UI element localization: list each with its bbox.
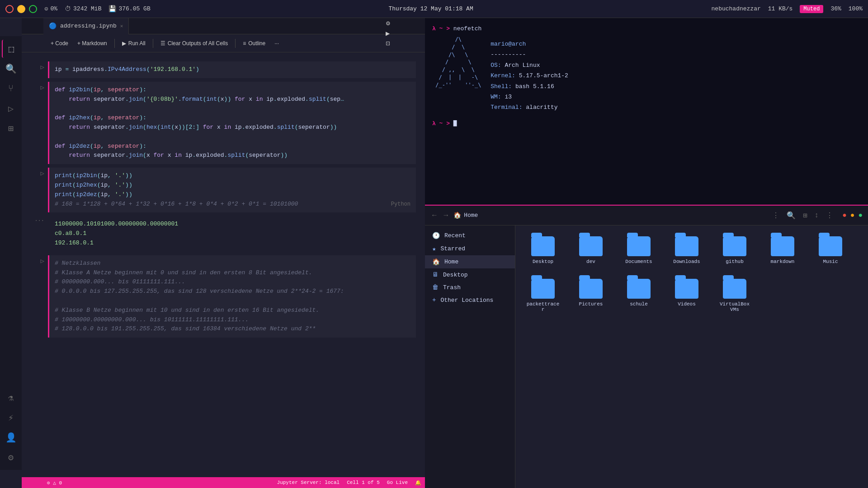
file-item-virtualboxvms[interactable]: VirtualBox VMs (714, 275, 755, 316)
file-label-pictures: Pictures (579, 301, 603, 307)
file-item-music[interactable]: Music (810, 233, 851, 268)
sidebar-item-trash[interactable]: 🗑 Trash (425, 281, 515, 294)
fm-search-button[interactable]: 🔍 (785, 209, 797, 222)
cell-position: Cell 1 of 5 (347, 480, 380, 486)
fm-back-button[interactable]: ← (430, 210, 439, 221)
outline-button[interactable]: ≡ Outline (239, 38, 269, 48)
file-item-dev[interactable]: dev (571, 233, 611, 268)
maximize-window-icon[interactable] (29, 5, 37, 13)
fm-view-button[interactable]: ⊞ (801, 209, 809, 222)
cpu-value: 0% (50, 5, 57, 12)
run-all-button[interactable]: ▶ Run All (118, 38, 149, 48)
status-error-count: ⊙ △ 0 (47, 480, 62, 486)
file-item-pictures[interactable]: Pictures (571, 275, 611, 316)
folder-videos-icon (675, 279, 698, 299)
file-item-github[interactable]: github (714, 233, 755, 268)
activity-search-icon[interactable]: 🔍 (2, 60, 20, 78)
fm-more-button[interactable]: ⋮ (824, 209, 835, 222)
os-key: OS: (491, 62, 501, 69)
split-button[interactable]: ⊡ (382, 38, 394, 48)
output-line-2: c0.a8.0.1 (55, 229, 410, 239)
file-item-downloads[interactable]: Downloads (666, 233, 707, 268)
fm-home-icon: 🏠 (453, 211, 461, 219)
activity-extensions-icon[interactable]: ⊞ (2, 119, 20, 137)
cell-output-content: 11000000.10101000.00000000.00000001 c0.a… (48, 216, 416, 251)
activity-test-icon[interactable]: ⚗ (2, 389, 20, 407)
file-label-music: Music (823, 259, 838, 264)
notebook-main[interactable]: ▷ ip = ipaddress.IPv4Address('192.168.0.… (22, 52, 425, 477)
activity-remote-icon[interactable]: ⚡ (2, 408, 20, 427)
run-cell-comments-button[interactable]: ▷ (41, 257, 44, 265)
activity-run-icon[interactable]: ▷ (2, 99, 20, 117)
settings-button[interactable]: ⚙ (382, 19, 394, 28)
fm-body: 🕐 Recent ★ Starred 🏠 Home 🖥 Desktop (425, 225, 868, 488)
file-item-desktop[interactable]: Desktop (523, 233, 563, 268)
run-cell-1-button[interactable]: ▷ (41, 63, 44, 71)
add-code-button[interactable]: + Code (47, 38, 72, 48)
output-gutter: ··· (22, 216, 44, 251)
cell-content-1[interactable]: ip = ipaddress.IPv4Address('192.168.0.1'… (48, 61, 416, 78)
fm-minimize-button[interactable]: ● (850, 211, 855, 220)
window-controls (5, 5, 37, 13)
left-panel: ⬚ 🔍 ⑂ ▷ ⊞ ⚗ ⚡ 👤 ⚙ 🔵 addressing.ipynb ✕ (0, 18, 425, 488)
terminal-key: Terminal: (491, 104, 522, 111)
separator-line: ---------- (491, 51, 526, 58)
code-cell-3: ▷ print(ip2bin(ip, '.')) print(ip2hex(ip… (22, 168, 416, 212)
activity-settings-icon[interactable]: ⚙ (2, 448, 20, 466)
tab-addressing[interactable]: 🔵 addressing.ipynb ✕ (43, 18, 129, 34)
run-cell-3-button[interactable]: ▷ (41, 169, 44, 177)
desktop-icon: 🖥 (432, 271, 439, 278)
fm-close-button[interactable]: ● (842, 211, 847, 220)
folder-downloads-icon (675, 236, 698, 256)
notebook-toolbar: + Code + Markdown ▶ Run All ☰ Clear Outp… (22, 34, 425, 52)
cell-content-3[interactable]: print(ip2bin(ip, '.')) print(ip2hex(ip, … (48, 168, 416, 212)
more-toolbar-button[interactable]: ··· (271, 38, 283, 48)
file-item-documents[interactable]: Documents (618, 233, 659, 268)
terminal-prompt-area: λ ~ > neofetch /\ / \ /\ \ / \ / ,, \ \ … (432, 25, 481, 113)
cell-content-2[interactable]: def ip2bin(ip, seperator): return sepera… (48, 82, 416, 164)
tab-close-icon[interactable]: ✕ (120, 23, 123, 29)
sidebar-item-starred[interactable]: ★ Starred (425, 242, 515, 255)
activity-account-icon[interactable]: 👤 (2, 428, 20, 446)
sidebar-item-recent[interactable]: 🕐 Recent (425, 229, 515, 242)
disk-icon: 💾 (108, 5, 116, 13)
clear-outputs-button[interactable]: ☰ Clear Outputs of All Cells (157, 38, 231, 48)
cell-gutter-1: ▷ (22, 61, 44, 78)
activity-explorer-icon[interactable]: ⬚ (2, 40, 20, 58)
folder-markdown-icon (771, 236, 794, 256)
topbar-datetime: Thursday 12 May 01:18 AM (160, 5, 703, 12)
fm-forward-button[interactable]: → (442, 210, 450, 221)
file-item-packettracer[interactable]: packettracer (523, 275, 563, 316)
run-button[interactable]: ▶ (382, 28, 393, 38)
run-cell-2-button[interactable]: ▷ (41, 84, 44, 91)
file-item-videos[interactable]: Videos (666, 275, 707, 316)
neofetch-ascii: /\ / \ /\ \ / \ / ,, \ \ / | | -\ /_-'' … (432, 36, 481, 89)
fm-menu-button[interactable]: ⋮ (770, 209, 781, 222)
sidebar-item-desktop[interactable]: 🖥 Desktop (425, 268, 515, 281)
sidebar-item-other-locations[interactable]: + Other Locations (425, 294, 515, 306)
file-label-packettracer: packettracer (526, 301, 560, 312)
notification-bell-icon[interactable]: 🔔 (415, 480, 421, 486)
close-window-icon[interactable] (5, 5, 14, 13)
file-label-virtualboxvms: VirtualBox VMs (718, 301, 751, 312)
fm-sort-button[interactable]: ↕ (813, 210, 821, 221)
system-info: mario@arch ---------- OS: Arch Linux Ker… (491, 39, 568, 113)
sidebar-home-label: Home (444, 258, 458, 265)
cell-content-comments[interactable]: # Netzklassen # Klasse A Netze beginnen … (48, 255, 416, 338)
status-bar: ⊙ △ 0 Jupyter Server: local Cell 1 of 5 … (22, 477, 425, 488)
memory-value: 3242 MiB (73, 5, 101, 12)
terminal-value: alacritty (526, 104, 557, 111)
activity-source-control-icon[interactable]: ⑂ (2, 80, 20, 98)
sidebar-item-home[interactable]: 🏠 Home (425, 255, 515, 268)
add-markdown-button[interactable]: + Markdown (74, 38, 111, 48)
minimize-window-icon[interactable] (17, 5, 25, 13)
topbar-right: nebuchadnezzar 11 KB/s Muted 36% 100% (712, 5, 863, 13)
file-item-markdown[interactable]: markdown (762, 233, 803, 268)
network-speed: 11 KB/s (768, 5, 793, 12)
activity-bar: ⬚ 🔍 ⑂ ▷ ⊞ ⚗ ⚡ 👤 ⚙ (0, 36, 22, 470)
fm-maximize-button[interactable]: ● (858, 211, 863, 220)
main-content: ⬚ 🔍 ⑂ ▷ ⊞ ⚗ ⚡ 👤 ⚙ 🔵 addressing.ipynb ✕ (0, 18, 868, 488)
output-cell-1: ··· 11000000.10101000.00000000.00000001 … (22, 216, 416, 251)
go-live-button[interactable]: Go Live (387, 480, 408, 486)
file-item-schule[interactable]: schule (618, 275, 659, 316)
